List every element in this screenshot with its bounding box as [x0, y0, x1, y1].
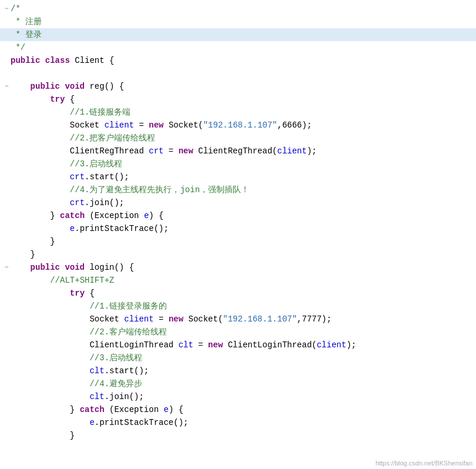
code-text: * 注册: [11, 15, 474, 28]
code-text: */: [11, 41, 474, 54]
code-line: //4.为了避免主线程先执行，join，强制插队！: [0, 183, 476, 196]
code-text: //1.链接服务端: [11, 106, 474, 119]
code-text: crt.start();: [11, 170, 474, 183]
code-line: Socket client = new Socket("192.168.1.10…: [0, 313, 476, 326]
code-text: * 登录: [11, 28, 474, 41]
code-line: }: [0, 235, 476, 248]
code-text: }: [11, 248, 474, 261]
collapse-icon[interactable]: −: [2, 2, 11, 15]
code-text: //4.避免异步: [11, 377, 474, 390]
watermark: https://blog.csdn.net/BKShensifan: [376, 460, 472, 467]
code-text: clt.join();: [11, 390, 474, 403]
code-line: //2.客户端传给线程: [0, 326, 476, 339]
code-line: //2.把客户端传给线程: [0, 132, 476, 145]
code-text: e.printStackTrace();: [11, 222, 474, 235]
code-text: ClientRegThread crt = new ClientRegThrea…: [11, 145, 474, 158]
code-text: //3.启动线程: [11, 351, 474, 364]
code-text: public void reg() {: [11, 80, 474, 93]
code-line: ClientLoginThread clt = new ClientLoginT…: [0, 339, 476, 351]
code-line: − /*: [0, 2, 476, 15]
code-line: * 注册: [0, 15, 476, 28]
code-text: }: [11, 429, 474, 442]
code-line: //ALT+SHIFT+Z: [0, 274, 476, 287]
code-line: //3.启动线程: [0, 351, 476, 364]
code-text: try {: [11, 93, 474, 106]
code-line: [0, 67, 476, 80]
code-text: }: [11, 235, 474, 248]
code-text: //2.把客户端传给线程: [11, 132, 474, 145]
code-text: public class Client {: [11, 54, 474, 67]
code-line: } catch (Exception e) {: [0, 209, 476, 222]
code-line: ClientRegThread crt = new ClientRegThrea…: [0, 145, 476, 158]
code-text: Socket client = new Socket("192.168.1.10…: [11, 119, 474, 132]
code-text: //4.为了避免主线程先执行，join，强制插队！: [11, 183, 474, 196]
code-text: try {: [11, 287, 474, 300]
code-text: public void login() {: [11, 261, 474, 274]
code-line: //1.链接登录服务的: [0, 300, 476, 313]
code-text: //3.启动线程: [11, 158, 474, 170]
code-line: //1.链接服务端: [0, 106, 476, 119]
code-text: crt.join();: [11, 196, 474, 209]
code-line: Socket client = new Socket("192.168.1.10…: [0, 119, 476, 132]
code-text: //2.客户端传给线程: [11, 326, 474, 339]
code-line: − public void reg() {: [0, 80, 476, 93]
code-line: clt.join();: [0, 390, 476, 403]
collapse-icon[interactable]: −: [2, 261, 11, 274]
code-editor: − /* * 注册 * 登录 */ public class Client { …: [0, 0, 476, 469]
code-text: } catch (Exception e) {: [11, 209, 474, 222]
code-line: crt.start();: [0, 170, 476, 183]
code-line: clt.start();: [0, 364, 476, 377]
code-line-highlighted: * 登录: [0, 28, 476, 41]
code-text: clt.start();: [11, 364, 474, 377]
code-line: crt.join();: [0, 196, 476, 209]
code-line: − public void login() {: [0, 261, 476, 274]
code-text: /*: [11, 2, 474, 15]
code-text: //1.链接登录服务的: [11, 300, 474, 313]
code-text: ClientLoginThread clt = new ClientLoginT…: [11, 339, 474, 351]
code-line: } catch (Exception e) {: [0, 403, 476, 416]
code-line: }: [0, 429, 476, 442]
code-line: public class Client {: [0, 54, 476, 67]
collapse-icon[interactable]: −: [2, 80, 11, 93]
code-line: e.printStackTrace();: [0, 416, 476, 429]
code-line: */: [0, 41, 476, 54]
code-text: Socket client = new Socket("192.168.1.10…: [11, 313, 474, 326]
code-line: }: [0, 248, 476, 261]
code-line: try {: [0, 93, 476, 106]
code-text: } catch (Exception e) {: [11, 403, 474, 416]
code-line: //3.启动线程: [0, 158, 476, 170]
code-line: //4.避免异步: [0, 377, 476, 390]
code-line: try {: [0, 287, 476, 300]
code-text: //ALT+SHIFT+Z: [11, 274, 474, 287]
code-text: [11, 67, 474, 80]
code-text: e.printStackTrace();: [11, 416, 474, 429]
code-line: e.printStackTrace();: [0, 222, 476, 235]
